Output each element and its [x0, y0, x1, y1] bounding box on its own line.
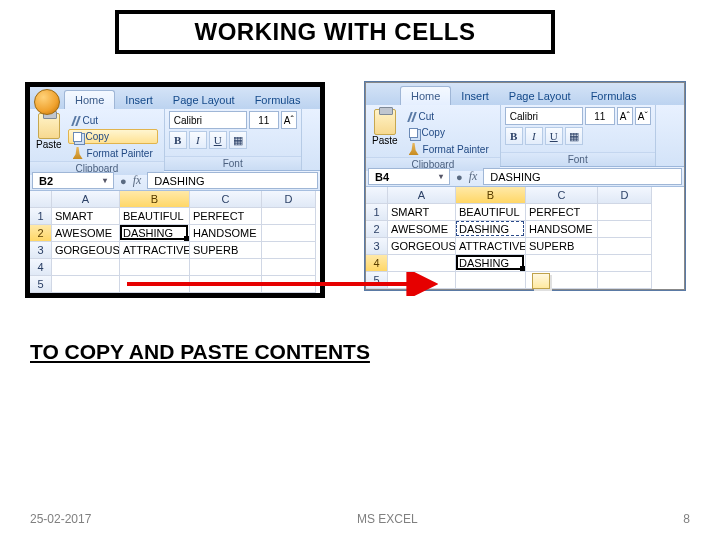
tab-insert[interactable]: Insert	[115, 91, 163, 109]
underline-button[interactable]: U	[545, 127, 563, 145]
tab-page-layout[interactable]: Page Layout	[499, 87, 581, 105]
tab-insert[interactable]: Insert	[451, 87, 499, 105]
worksheet-grid[interactable]: A B C D 1SMARTBEAUTIFULPERFECT 2AWESOMED…	[30, 191, 320, 293]
border-button[interactable]: ▦	[565, 127, 583, 145]
col-header-d[interactable]: D	[598, 187, 652, 204]
col-header-b[interactable]: B	[456, 187, 526, 204]
grow-font-button[interactable]: Aˆ	[281, 111, 297, 129]
underline-button[interactable]: U	[209, 131, 227, 149]
copy-button[interactable]: Copy	[404, 125, 494, 140]
fx-icon[interactable]: fx	[133, 173, 142, 188]
cell[interactable]	[190, 276, 262, 293]
cell[interactable]	[120, 259, 190, 276]
cell[interactable]: BEAUTIFUL	[120, 208, 190, 225]
format-painter-button[interactable]: Format Painter	[404, 141, 494, 157]
cell[interactable]	[598, 238, 652, 255]
cell[interactable]: GORGEOUS	[388, 238, 456, 255]
cell[interactable]: AWESOME	[52, 225, 120, 242]
font-size-select[interactable]: 11	[249, 111, 279, 129]
cell[interactable]	[598, 272, 652, 289]
row-header[interactable]: 5	[366, 272, 388, 289]
cell[interactable]: SUPERB	[190, 242, 262, 259]
col-header-a[interactable]: A	[52, 191, 120, 208]
tab-home[interactable]: Home	[64, 90, 115, 109]
row-header[interactable]: 2	[30, 225, 52, 242]
cell[interactable]: SUPERB	[526, 238, 598, 255]
tab-home[interactable]: Home	[400, 86, 451, 105]
cell[interactable]	[456, 272, 526, 289]
cell[interactable]	[388, 255, 456, 272]
cell[interactable]	[262, 259, 316, 276]
font-name-select[interactable]: Calibri	[505, 107, 583, 125]
fx-icon[interactable]: fx	[469, 169, 478, 184]
row-header[interactable]: 5	[30, 276, 52, 293]
cell[interactable]	[262, 242, 316, 259]
row-header[interactable]: 3	[366, 238, 388, 255]
row-header[interactable]: 1	[30, 208, 52, 225]
cell[interactable]	[52, 276, 120, 293]
cell[interactable]	[598, 221, 652, 238]
cell[interactable]: DASHING	[456, 255, 526, 272]
cell[interactable]: PERFECT	[190, 208, 262, 225]
shrink-font-button[interactable]: Aˇ	[635, 107, 651, 125]
cell[interactable]: HANDSOME	[526, 221, 598, 238]
col-header-c[interactable]: C	[190, 191, 262, 208]
paste-button[interactable]: Paste	[370, 107, 400, 157]
office-button[interactable]	[34, 89, 60, 115]
cell[interactable]: SMART	[52, 208, 120, 225]
cell[interactable]	[526, 255, 598, 272]
worksheet-grid[interactable]: A B C D 1SMARTBEAUTIFULPERFECT 2AWESOMED…	[366, 187, 684, 289]
border-button[interactable]: ▦	[229, 131, 247, 149]
col-header-b[interactable]: B	[120, 191, 190, 208]
row-header[interactable]: 4	[30, 259, 52, 276]
cell[interactable]	[190, 259, 262, 276]
paste-options-icon[interactable]	[532, 273, 550, 289]
col-header-c[interactable]: C	[526, 187, 598, 204]
name-box[interactable]: B2	[32, 172, 114, 189]
grow-font-button[interactable]: Aˆ	[617, 107, 633, 125]
formula-input[interactable]: DASHING	[483, 168, 682, 185]
copy-button[interactable]: Copy	[68, 129, 158, 144]
format-painter-button[interactable]: Format Painter	[68, 145, 158, 161]
cell[interactable]	[262, 225, 316, 242]
formula-input[interactable]: DASHING	[147, 172, 318, 189]
cell[interactable]	[388, 272, 456, 289]
cell[interactable]: HANDSOME	[190, 225, 262, 242]
cell[interactable]	[52, 259, 120, 276]
cell[interactable]: AWESOME	[388, 221, 456, 238]
cell[interactable]: DASHING	[120, 225, 190, 242]
tab-page-layout[interactable]: Page Layout	[163, 91, 245, 109]
col-header-d[interactable]: D	[262, 191, 316, 208]
italic-button[interactable]: I	[525, 127, 543, 145]
tab-formulas[interactable]: Formulas	[581, 87, 647, 105]
cell[interactable]	[120, 276, 190, 293]
row-header[interactable]: 1	[366, 204, 388, 221]
row-header[interactable]: 3	[30, 242, 52, 259]
cut-button[interactable]: Cut	[68, 113, 158, 128]
italic-button[interactable]: I	[189, 131, 207, 149]
tab-formulas[interactable]: Formulas	[245, 91, 311, 109]
cell[interactable]	[262, 276, 316, 293]
cell[interactable]	[598, 255, 652, 272]
cell[interactable]: ATTRACTIVE	[456, 238, 526, 255]
cell[interactable]	[598, 204, 652, 221]
bold-button[interactable]: B	[169, 131, 187, 149]
font-size-select[interactable]: 11	[585, 107, 615, 125]
cell[interactable]: ATTRACTIVE	[120, 242, 190, 259]
row-header[interactable]: 4	[366, 255, 388, 272]
select-all-corner[interactable]	[30, 191, 52, 208]
col-header-a[interactable]: A	[388, 187, 456, 204]
cell[interactable]: SMART	[388, 204, 456, 221]
cell[interactable]	[262, 208, 316, 225]
cell[interactable]: DASHING	[456, 221, 526, 238]
bold-button[interactable]: B	[505, 127, 523, 145]
paste-button[interactable]: Paste	[34, 111, 64, 161]
cell[interactable]: BEAUTIFUL	[456, 204, 526, 221]
select-all-corner[interactable]	[366, 187, 388, 204]
font-name-select[interactable]: Calibri	[169, 111, 247, 129]
cell[interactable]: GORGEOUS	[52, 242, 120, 259]
cell[interactable]: PERFECT	[526, 204, 598, 221]
name-box[interactable]: B4	[368, 168, 450, 185]
row-header[interactable]: 2	[366, 221, 388, 238]
cut-button[interactable]: Cut	[404, 109, 494, 124]
